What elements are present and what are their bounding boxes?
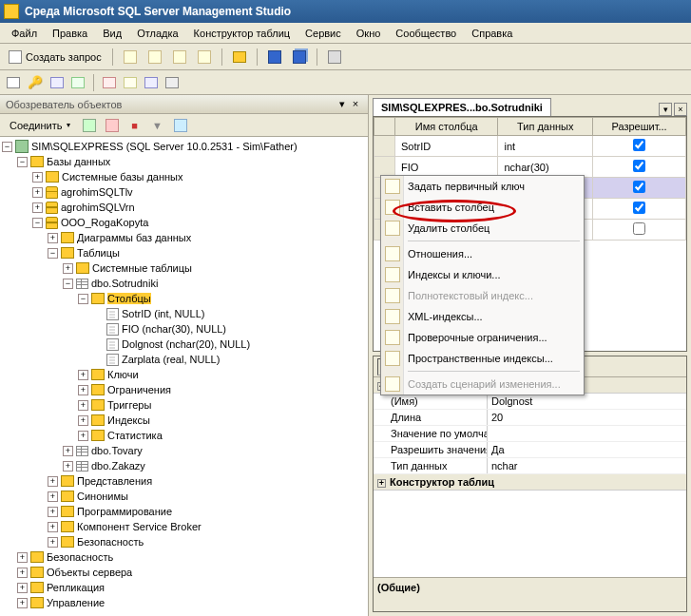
null-checkbox[interactable] [633, 181, 645, 193]
new-query-button[interactable]: Создать запрос [4, 47, 106, 67]
cell-null[interactable] [593, 220, 686, 241]
tree-column[interactable]: Dolgnost (nchar(20), NULL) [2, 337, 366, 352]
prop-value[interactable] [488, 426, 686, 441]
tree-db[interactable]: −OOO_RogaKopyta [2, 215, 366, 230]
tree-indexes[interactable]: +Индексы [2, 413, 366, 428]
row-header[interactable] [374, 136, 395, 157]
designer-btn-7[interactable] [142, 73, 161, 92]
expand-icon[interactable]: + [78, 370, 88, 380]
tree-views[interactable]: +Представления [2, 473, 366, 489]
expand-icon[interactable]: + [48, 491, 58, 502]
toolbar-btn-2[interactable] [144, 47, 166, 67]
cell-type[interactable]: int [498, 136, 593, 157]
activity-button[interactable] [323, 47, 346, 67]
toolbar-btn-3[interactable] [168, 47, 191, 67]
pin-icon[interactable]: ▾ [336, 98, 349, 111]
null-checkbox[interactable] [633, 160, 645, 172]
tree-tables[interactable]: −Таблицы [2, 245, 366, 260]
tree-sysdb[interactable]: +Системные базы данных [2, 169, 366, 184]
tab-close-icon[interactable]: × [674, 103, 687, 116]
prop-value[interactable]: nchar [488, 458, 686, 473]
tree-databases[interactable]: −Базы данных [2, 154, 366, 169]
collapse-icon[interactable]: − [78, 294, 88, 304]
ctx-relations[interactable]: Отношения... [381, 243, 584, 264]
document-tab[interactable]: SIM\SQLEXPRES...bo.Sotrudniki [373, 98, 551, 116]
save-all-button[interactable] [288, 47, 311, 67]
menu-debug[interactable]: Отладка [129, 26, 185, 41]
tree-column[interactable]: Zarplata (real, NULL) [2, 352, 366, 367]
table-row[interactable]: SotrIDint [374, 136, 686, 157]
designer-btn-pk[interactable]: 🔑 [25, 73, 46, 92]
designer-btn-6[interactable] [121, 73, 140, 92]
prop-row[interactable]: Тип данныхnchar [374, 458, 686, 474]
cell-null[interactable] [593, 199, 686, 220]
tree-columns[interactable]: −Столбцы [2, 291, 366, 306]
cell-null[interactable] [593, 136, 686, 157]
expand-icon[interactable]: + [63, 263, 73, 274]
explorer-stop-button[interactable]: ■ [125, 116, 144, 135]
collapse-icon[interactable]: − [63, 279, 73, 289]
expand-icon[interactable]: + [63, 446, 73, 456]
col-header-null[interactable]: Разрешит... [593, 118, 686, 136]
col-header-type[interactable]: Тип данных [498, 118, 593, 136]
menu-window[interactable]: Окно [349, 26, 389, 41]
tree-db-security[interactable]: +Безопасность [2, 534, 366, 549]
expand-icon[interactable]: + [78, 385, 88, 395]
ctx-spatial-indexes[interactable]: Пространственные индексы... [381, 348, 584, 369]
designer-btn-8[interactable] [163, 73, 182, 92]
ctx-check-constraints[interactable]: Проверочные ограничения... [381, 327, 584, 348]
tree-programming[interactable]: +Программирование [2, 504, 366, 519]
tree-synonyms[interactable]: +Синонимы [2, 489, 366, 504]
menu-edit[interactable]: Правка [45, 26, 95, 41]
expand-icon[interactable]: + [17, 583, 28, 593]
explorer-filter-button[interactable]: ▼ [148, 116, 167, 135]
collapse-icon[interactable]: − [2, 142, 12, 152]
close-icon[interactable]: × [349, 98, 362, 111]
expand-icon[interactable]: + [48, 537, 58, 548]
tree-server-objects[interactable]: +Объекты сервера [2, 565, 366, 580]
prop-row[interactable]: Разрешить значения NДа [374, 442, 686, 458]
ctx-insert-column[interactable]: Вставить столбец [381, 197, 584, 218]
tree-column[interactable]: SotrID (int, NULL) [2, 306, 366, 321]
tree-constraints[interactable]: +Ограничения [2, 382, 366, 397]
collapse-icon[interactable]: − [17, 157, 28, 167]
tree-replication[interactable]: +Репликация [2, 580, 366, 595]
menu-help[interactable]: Справка [464, 26, 520, 41]
menu-service[interactable]: Сервис [298, 26, 349, 41]
expand-icon[interactable]: + [78, 431, 88, 441]
ctx-set-primary-key[interactable]: Задать первичный ключ [381, 176, 584, 197]
tree-db[interactable]: +agrohimSQLTlv [2, 184, 366, 200]
object-tree[interactable]: −SIM\SQLEXPRESS (SQL Server 10.0.2531 - … [0, 137, 368, 616]
prop-row[interactable]: Значение по умолчани [374, 426, 686, 442]
prop-value[interactable]: Да [488, 442, 686, 457]
prop-row[interactable]: Длина20 [374, 410, 686, 426]
expand-icon[interactable]: + [17, 568, 28, 578]
expand-icon[interactable]: + [32, 202, 43, 213]
cell-null[interactable] [593, 178, 686, 199]
expand-icon[interactable]: + [78, 400, 88, 411]
expand-icon[interactable]: + [17, 552, 28, 563]
null-checkbox[interactable] [633, 202, 645, 214]
tree-stats[interactable]: +Статистика [2, 428, 366, 443]
expand-icon[interactable]: + [78, 415, 88, 426]
expand-icon[interactable]: + [48, 476, 58, 487]
tree-diagrams[interactable]: +Диаграммы баз данных [2, 230, 366, 245]
tree-broker[interactable]: +Компонент Service Broker [2, 519, 366, 534]
null-checkbox[interactable] [633, 139, 645, 151]
tree-keys[interactable]: +Ключи [2, 367, 366, 382]
expand-icon[interactable]: + [32, 187, 43, 198]
expand-icon[interactable]: + [17, 598, 28, 608]
explorer-disconnect-button[interactable] [103, 116, 122, 135]
tree-table-tovary[interactable]: +dbo.Tovary [2, 443, 366, 458]
explorer-report-button[interactable] [171, 116, 190, 135]
tree-security[interactable]: +Безопасность [2, 549, 366, 565]
toolbar-btn-1[interactable] [119, 47, 142, 67]
expand-icon[interactable]: + [48, 507, 58, 517]
prop-category-designer[interactable]: +Конструктор таблиц [374, 474, 686, 491]
designer-btn-1[interactable] [4, 73, 23, 92]
col-header-name[interactable]: Имя столбца [395, 118, 498, 136]
expand-icon[interactable]: + [377, 479, 386, 488]
null-checkbox[interactable] [633, 222, 645, 235]
tree-management[interactable]: +Управление [2, 595, 366, 610]
menu-designer[interactable]: Конструктор таблиц [186, 26, 298, 41]
